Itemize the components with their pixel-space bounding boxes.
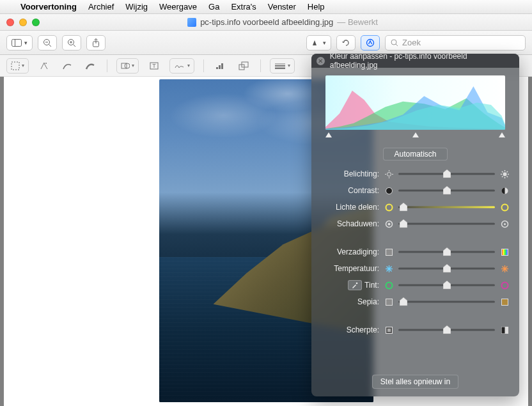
svg-rect-57 [386, 249, 392, 255]
temperature-slider-row: Temperatuur: [322, 263, 509, 274]
saturation-thumb[interactable] [443, 247, 451, 256]
shapes-button[interactable]: ▾ [116, 58, 139, 74]
exposure-slider[interactable] [398, 169, 495, 178]
adjust-size-button[interactable] [236, 58, 251, 74]
panel-title: Kleur aanpassen - pc-tips.info voorbeeld… [330, 54, 514, 70]
ring-green-icon [384, 281, 393, 290]
sketch-tool-button[interactable] [59, 58, 75, 74]
auto-levels-button[interactable]: Automatisch [383, 148, 447, 160]
svg-marker-58 [443, 247, 451, 256]
sharpness-thumb[interactable] [443, 325, 451, 334]
menubar-file[interactable]: Archief [88, 2, 114, 12]
sign-button[interactable]: ▾ [169, 58, 194, 74]
svg-rect-80 [501, 327, 505, 333]
exposure-label: Belichting: [344, 169, 379, 178]
sq-sepia-icon [500, 297, 509, 306]
saturation-slider[interactable] [398, 247, 495, 256]
sq-gray-icon [384, 297, 393, 306]
selection-tool-button[interactable]: ▾ [6, 58, 29, 74]
exposure-slider-row: Belichting: [322, 168, 509, 180]
eyedropper-button[interactable] [348, 280, 362, 290]
svg-point-12 [391, 40, 396, 45]
menubar-edit[interactable]: Wijzig [125, 2, 148, 12]
share-button[interactable] [86, 35, 106, 51]
shadows-slider-row: Schaduwen: [322, 218, 509, 230]
menubar-window[interactable]: Venster [268, 2, 296, 12]
tint-thumb[interactable] [443, 281, 451, 290]
white-point-slider[interactable] [499, 132, 505, 139]
sq-sharp-icon [500, 325, 509, 334]
zoom-window-button[interactable] [32, 19, 40, 26]
highlights-slider[interactable] [398, 203, 495, 212]
ring-yellow-icon [500, 203, 509, 212]
line-style-button[interactable]: ▾ [270, 58, 295, 74]
sharpness-slider-row: Scherpte: [322, 324, 509, 336]
mid-point-slider[interactable] [412, 132, 419, 139]
svg-marker-50 [400, 203, 407, 211]
shadows-thumb[interactable] [400, 219, 407, 228]
sepia-thumb[interactable] [400, 297, 407, 306]
menubar-help[interactable]: Help [308, 2, 325, 12]
ring-magenta-icon [500, 281, 509, 290]
sidebar-view-button[interactable]: ▾ [6, 35, 33, 51]
highlights-label: Lichte delen: [336, 203, 379, 212]
svg-point-53 [387, 223, 390, 225]
panel-titlebar[interactable]: ✕ Kleur aanpassen - pc-tips.info voorbee… [311, 54, 519, 68]
svg-rect-77 [387, 329, 391, 332]
svg-line-42 [502, 171, 503, 173]
black-point-slider[interactable] [325, 132, 332, 139]
svg-rect-75 [501, 299, 508, 305]
close-panel-button[interactable]: ✕ [317, 57, 325, 65]
contrast-thumb[interactable] [443, 186, 451, 195]
sepia-slider[interactable] [398, 297, 495, 306]
markup-button[interactable] [361, 35, 380, 51]
window-titlebar: pc-tips.info voorbeeld afbeelding.jpg — … [0, 14, 532, 31]
sharpness-label: Scherpte: [347, 325, 379, 334]
tint-slider[interactable] [398, 281, 495, 290]
menubar-view[interactable]: Weergave [159, 2, 197, 12]
reset-all-button[interactable]: Stel alles opnieuw in [372, 375, 458, 389]
svg-point-37 [503, 172, 506, 176]
svg-point-72 [501, 282, 508, 288]
minimize-window-button[interactable] [19, 19, 27, 26]
instant-alpha-button[interactable] [36, 58, 52, 74]
svg-marker-28 [325, 132, 332, 137]
highlights-thumb[interactable] [400, 203, 407, 212]
contrast-label: Contrast: [348, 186, 379, 195]
exposure-thumb[interactable] [443, 169, 451, 178]
rotate-button[interactable] [336, 35, 356, 51]
zoom-in-button[interactable] [62, 35, 81, 51]
menubar-go[interactable]: Ga [208, 2, 219, 12]
shadows-slider[interactable] [398, 219, 495, 228]
zoom-out-button[interactable] [38, 35, 57, 51]
histogram [325, 75, 505, 130]
temperature-thumb[interactable] [443, 264, 451, 273]
window-title: pc-tips.info voorbeeld afbeelding.jpg [200, 17, 333, 27]
saturation-label: Verzadiging: [337, 247, 379, 256]
close-window-button[interactable] [6, 19, 14, 26]
tint-label: Tint: [364, 281, 379, 290]
adjust-color-button[interactable] [213, 58, 228, 74]
menubar-extras[interactable]: Extra's [231, 2, 256, 12]
svg-point-56 [504, 223, 506, 225]
sepia-slider-row: Sepia: [322, 296, 509, 308]
svg-marker-71 [443, 281, 451, 289]
svg-point-15 [45, 63, 47, 64]
temperature-slider[interactable] [398, 264, 495, 273]
svg-rect-21 [219, 65, 221, 69]
search-input[interactable]: Zoek [385, 35, 526, 51]
text-tool-button[interactable]: T [146, 58, 162, 74]
search-icon [391, 39, 398, 47]
contrast-slider[interactable] [398, 186, 495, 195]
svg-marker-29 [412, 132, 419, 137]
sq-rainbow-icon [500, 247, 509, 256]
svg-point-17 [125, 63, 130, 68]
highlight-button[interactable]: ▾ [306, 35, 331, 51]
sharpness-slider[interactable] [398, 325, 495, 334]
tint-slider-row: Tint: [322, 279, 509, 291]
menubar-app[interactable]: Voorvertoning [20, 2, 77, 12]
highlights-slider-row: Lichte delen: [322, 201, 509, 213]
svg-rect-0 [12, 39, 22, 46]
adjust-color-panel: ✕ Kleur aanpassen - pc-tips.info voorbee… [311, 54, 519, 396]
draw-tool-button[interactable] [82, 58, 98, 74]
